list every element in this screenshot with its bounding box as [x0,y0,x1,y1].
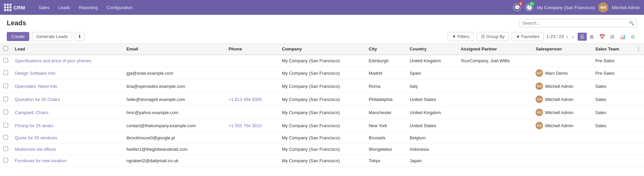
select-all-checkbox[interactable] [3,46,8,51]
row-country: United Kingdom [407,55,457,67]
messages-notification[interactable]: 💬 5 [513,3,521,12]
salesperson-name: Mitchell Admin [545,84,573,89]
row-country: Japan [407,155,457,167]
download-button[interactable]: ⬇ [75,32,85,41]
row-city: Tokyo [365,155,407,167]
lead-name-link[interactable]: Quote for 35 windows [15,135,57,140]
phone-link[interactable]: +1 813 494 5005 [229,97,262,102]
row-more [633,155,644,167]
filters-button[interactable]: ▼ Filters [448,32,474,41]
row-salesperson: MAMitchell Admin [532,80,592,93]
row-company: My Company (San Francisco) [279,119,365,132]
group-by-label: Group By [486,34,505,39]
row-assigned-partner [457,155,533,167]
prev-page-button[interactable]: ‹ [565,33,570,40]
leads-table-wrapper: Lead Email Phone Company City Country As… [0,43,644,167]
list-view-icon[interactable]: ☰ [578,33,587,41]
salesperson-cell: MAMitchell Admin [536,122,588,129]
row-checkbox[interactable] [3,158,8,163]
lead-name-link[interactable]: Furnitures for new location [15,158,66,163]
row-salesperson: MAMitchell Admin [532,93,592,106]
row-checkbox-cell [0,119,11,132]
favorites-label: Favorites [521,34,539,39]
generate-leads-button[interactable]: Generate Leads [32,32,72,41]
row-assigned-partner [457,144,533,155]
user-avatar[interactable]: MA [598,2,608,12]
lead-name-link[interactable]: Specifications and price of your phones [15,58,91,63]
lead-name-link[interactable]: Campbell: Chairs [15,110,49,115]
grid-icon [4,4,11,11]
row-checkbox-cell [0,55,11,67]
page-header: Leads 🔍 [0,15,644,30]
row-salesperson [532,144,592,155]
header-assigned-partner: Assigned Partner [457,43,533,55]
row-checkbox[interactable] [3,123,8,128]
row-company: My Company (San Francisco) [279,155,365,167]
menu-reporting[interactable]: Reporting [75,3,102,12]
row-company: My Company (San Francisco) [279,93,365,106]
app-logo[interactable]: CRM [4,4,30,11]
pagination: 1-23 / 23 ‹ › [546,33,575,40]
row-checkbox[interactable] [3,135,8,140]
row-more [633,55,644,67]
row-sales-team: Sales [592,119,633,132]
row-company: My Company (San Francisco) [279,144,365,155]
row-checkbox-cell [0,144,11,155]
grid-view-icon[interactable]: ⊟ [608,33,617,41]
row-checkbox[interactable] [3,146,8,151]
search-bar[interactable]: 🔍 [519,19,637,27]
row-lead: Quote for 35 windows [11,132,123,144]
row-sales-team: Sales [592,106,633,119]
table-row: Campbell: Chairs hmc@yahoo.example.com M… [0,106,644,119]
top-menu: Sales Leads Reporting Configuration [34,3,511,12]
favorites-button[interactable]: ★ Favorites [512,32,544,41]
settings-view-icon[interactable]: ⊙ [629,33,637,41]
row-checkbox[interactable] [3,58,8,63]
search-input[interactable] [522,21,629,26]
row-assigned-partner [457,93,533,106]
row-city: Edinburgh [365,55,407,67]
top-navigation: CRM Sales Leads Reporting Configuration … [0,0,644,15]
row-more [633,80,644,93]
lead-name-link[interactable]: Quotation for 50 Chairs [15,97,60,102]
row-country: United States [407,119,457,132]
activity-badge: 32 [529,2,535,6]
next-page-button[interactable]: › [571,33,575,40]
row-city: New York [365,119,407,132]
star-icon: ★ [516,34,520,39]
row-checkbox[interactable] [3,70,8,75]
group-by-button[interactable]: ☰ Group By [477,32,509,41]
phone-link[interactable]: +1 555 754 3010 [229,123,262,128]
salesperson-avatar: MD [536,69,543,77]
row-lead: Campbell: Chairs [11,106,123,119]
lead-name-link[interactable]: Modernize old offices [15,147,56,152]
row-checkbox[interactable] [3,83,8,88]
activity-notification[interactable]: 🕐 32 [525,3,534,12]
lead-name-link[interactable]: Design Software Info [15,71,56,76]
row-checkbox[interactable] [3,97,8,101]
table-row: Design Software Info jga@solar.example.c… [0,67,644,80]
row-salesperson [532,55,592,67]
create-button[interactable]: Create [7,32,29,41]
row-country: Indonesia [407,144,457,155]
row-lead: Modernize old offices [11,144,123,155]
table-header: Lead Email Phone Company City Country As… [0,43,644,55]
salesperson-avatar: MA [536,109,543,116]
lead-name-link[interactable]: Opensides: Need Info [15,84,57,89]
header-more[interactable]: ⋮ [633,43,644,55]
row-country: Belgium [407,132,457,144]
lead-name-link[interactable]: Pricing for 25 desks [15,123,53,128]
calendar-view-icon[interactable]: 📅 [597,33,607,41]
table-row: Opensides: Need Info tina@opensides.exam… [0,80,644,93]
menu-configuration[interactable]: Configuration [103,3,137,12]
row-email: ngrabert2@dailymail.co.uk [123,155,225,167]
chart-view-icon[interactable]: 📊 [617,33,628,41]
row-checkbox[interactable] [3,110,8,114]
row-email: tina@opensides.example.com [123,80,225,93]
row-checkbox-cell [0,155,11,167]
header-city: City [365,43,407,55]
kanban-view-icon[interactable]: ⊞ [587,33,596,41]
row-salesperson: MAMitchell Admin [532,106,592,119]
menu-leads[interactable]: Leads [54,3,74,12]
menu-sales[interactable]: Sales [34,3,54,12]
